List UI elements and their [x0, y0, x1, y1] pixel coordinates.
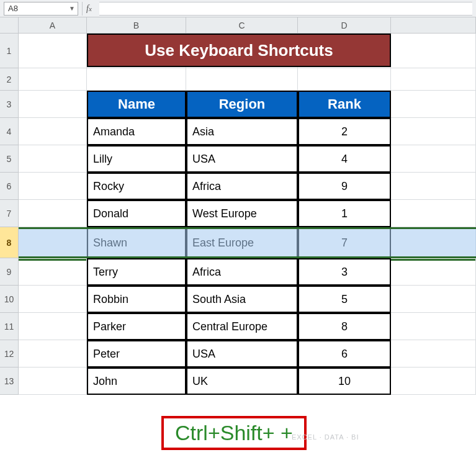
cell-name[interactable]: Rocky [87, 173, 186, 200]
col-header-b[interactable]: B [87, 17, 186, 33]
cell-name[interactable]: Robbin [87, 286, 186, 313]
cell[interactable] [391, 118, 476, 145]
row-header[interactable]: 11 [0, 313, 18, 340]
name-box[interactable]: A8 ▼ [4, 2, 78, 16]
cell-name[interactable]: Shawn [87, 227, 186, 258]
cell[interactable] [391, 91, 476, 118]
select-all-corner[interactable] [0, 17, 19, 34]
cell[interactable] [19, 34, 87, 68]
cell-name[interactable]: John [87, 368, 186, 395]
table-row: Amanda Asia 2 [19, 118, 476, 145]
cell-name[interactable]: Parker [87, 313, 186, 340]
cell-region[interactable]: USA [186, 145, 298, 173]
cell[interactable] [391, 200, 476, 227]
row-headers: 1 2 3 4 5 6 7 8 9 10 11 12 13 [0, 34, 19, 395]
watermark: EXCEL · DATA · BI [292, 433, 359, 441]
cells-area[interactable]: Use Keyboard Shortcuts Name Region Rank … [19, 34, 476, 395]
row-header[interactable]: 2 [0, 68, 18, 91]
row: Use Keyboard Shortcuts [19, 34, 476, 68]
cell[interactable] [19, 258, 87, 286]
row-header[interactable]: 4 [0, 118, 18, 145]
cell-region[interactable]: Asia [186, 118, 298, 145]
chevron-down-icon[interactable]: ▼ [69, 5, 75, 12]
cell[interactable] [19, 286, 87, 313]
cell-name[interactable]: Lilly [87, 145, 186, 173]
header-rank[interactable]: Rank [298, 91, 391, 118]
cell-rank[interactable]: 6 [298, 340, 391, 368]
cell-region[interactable]: Africa [186, 173, 298, 200]
cell-rank[interactable]: 9 [298, 173, 391, 200]
cell[interactable] [19, 200, 87, 227]
cell[interactable] [391, 286, 476, 313]
cell[interactable] [391, 258, 476, 286]
cell[interactable] [19, 173, 87, 200]
title-cell[interactable]: Use Keyboard Shortcuts [87, 34, 391, 67]
cell[interactable] [19, 227, 87, 258]
header-region[interactable]: Region [186, 91, 298, 118]
cell-region[interactable]: South Asia [186, 286, 298, 313]
cell[interactable] [19, 340, 87, 368]
table-row: Rocky Africa 9 [19, 173, 476, 200]
cell[interactable] [186, 68, 298, 91]
row: Name Region Rank [19, 91, 476, 118]
cell-name[interactable]: Amanda [87, 118, 186, 145]
cell-name[interactable]: Peter [87, 340, 186, 368]
cell[interactable] [87, 68, 186, 91]
formula-bar: A8 ▼ fx [0, 0, 476, 17]
cell[interactable] [391, 173, 476, 200]
cell-rank[interactable]: 4 [298, 145, 391, 173]
cell-rank[interactable]: 5 [298, 286, 391, 313]
cell-rank[interactable]: 7 [298, 227, 391, 258]
table-row: Robbin South Asia 5 [19, 286, 476, 313]
cell-name[interactable]: Donald [87, 200, 186, 227]
cell[interactable] [391, 227, 476, 258]
col-header-d[interactable]: D [298, 17, 391, 33]
row-header[interactable]: 3 [0, 91, 18, 118]
cell-region[interactable]: UK [186, 368, 298, 395]
cell-rank[interactable]: 3 [298, 258, 391, 286]
cell-region[interactable]: West Europe [186, 200, 298, 227]
cell[interactable] [391, 34, 476, 68]
cell[interactable] [19, 368, 87, 395]
cell-rank[interactable]: 10 [298, 368, 391, 395]
cell[interactable] [391, 68, 476, 91]
cell-rank[interactable]: 1 [298, 200, 391, 227]
cell-region[interactable]: USA [186, 340, 298, 368]
row-header[interactable]: 10 [0, 286, 18, 313]
cell[interactable] [19, 313, 87, 340]
table-row: Donald West Europe 1 [19, 200, 476, 227]
name-box-value: A8 [8, 4, 18, 13]
spreadsheet-grid: A B C D 1 2 3 4 5 6 7 8 9 10 11 12 13 Us… [0, 17, 476, 460]
cell[interactable] [19, 118, 87, 145]
cell-region[interactable]: Africa [186, 258, 298, 286]
row-header[interactable]: 9 [0, 258, 18, 286]
row-header[interactable]: 13 [0, 368, 18, 395]
cell-rank[interactable]: 8 [298, 313, 391, 340]
row-header[interactable]: 12 [0, 340, 18, 368]
cell[interactable] [298, 68, 391, 91]
cell[interactable] [391, 313, 476, 340]
col-header-c[interactable]: C [186, 17, 298, 33]
column-headers: A B C D [19, 17, 476, 34]
cell-region[interactable]: East Europe [186, 227, 298, 258]
row-header[interactable]: 6 [0, 173, 18, 200]
cell[interactable] [391, 145, 476, 173]
cell-region[interactable]: Central Europe [186, 313, 298, 340]
row-header[interactable]: 5 [0, 145, 18, 173]
row-header[interactable]: 7 [0, 200, 18, 227]
row-header-selected[interactable]: 8 [0, 227, 18, 258]
cell[interactable] [19, 145, 87, 173]
cell[interactable] [391, 340, 476, 368]
shortcut-callout: Ctrl+Shift+ + [161, 416, 307, 450]
cell[interactable] [19, 91, 87, 118]
table-row: John UK 10 [19, 368, 476, 395]
cell[interactable] [19, 68, 87, 91]
col-header-a[interactable]: A [19, 17, 87, 33]
cell-rank[interactable]: 2 [298, 118, 391, 145]
fx-icon[interactable]: fx [82, 2, 96, 16]
cell[interactable] [391, 368, 476, 395]
formula-input[interactable] [99, 2, 472, 16]
row-header[interactable]: 1 [0, 34, 18, 68]
header-name[interactable]: Name [87, 91, 186, 118]
cell-name[interactable]: Terry [87, 258, 186, 286]
